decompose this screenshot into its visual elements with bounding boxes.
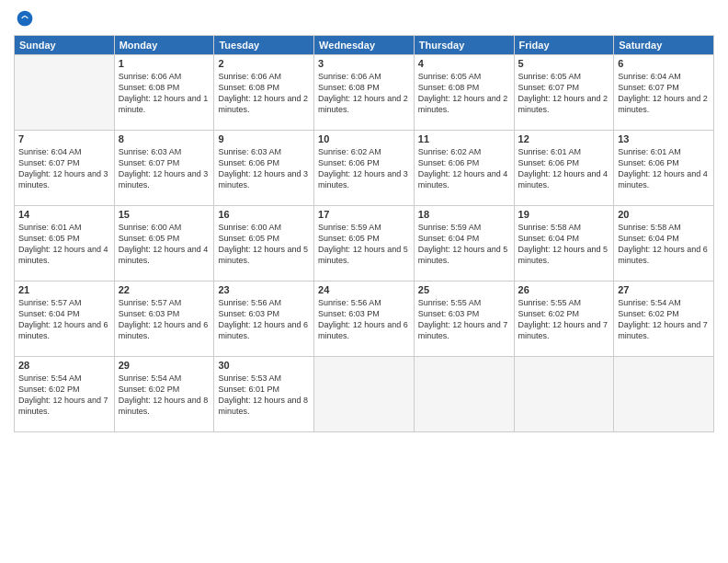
day-number: 4 xyxy=(418,58,510,69)
day-number: 26 xyxy=(518,284,610,295)
calendar-cell: 25Sunrise: 5:55 AMSunset: 6:03 PMDayligh… xyxy=(414,282,514,357)
week-row-4: 28Sunrise: 5:54 AMSunset: 6:02 PMDayligh… xyxy=(15,357,714,432)
weekday-header-wednesday: Wednesday xyxy=(314,36,415,55)
calendar-cell: 17Sunrise: 5:59 AMSunset: 6:05 PMDayligh… xyxy=(314,206,415,282)
day-number: 8 xyxy=(119,133,210,144)
logo xyxy=(14,9,34,28)
day-number: 24 xyxy=(318,284,410,295)
day-info: Sunrise: 5:54 AMSunset: 6:02 PMDaylight:… xyxy=(119,373,210,418)
day-info: Sunrise: 6:06 AMSunset: 6:08 PMDaylight:… xyxy=(318,71,410,116)
day-number: 7 xyxy=(18,133,110,144)
calendar-cell: 1Sunrise: 6:06 AMSunset: 6:08 PMDaylight… xyxy=(114,55,214,131)
day-info: Sunrise: 5:58 AMSunset: 6:04 PMDaylight:… xyxy=(618,222,710,267)
day-number: 17 xyxy=(318,209,410,220)
calendar-cell: 18Sunrise: 5:59 AMSunset: 6:04 PMDayligh… xyxy=(414,206,514,282)
day-number: 16 xyxy=(218,209,310,220)
week-row-3: 21Sunrise: 5:57 AMSunset: 6:04 PMDayligh… xyxy=(15,282,714,357)
weekday-header-friday: Friday xyxy=(514,36,614,55)
header xyxy=(14,9,714,28)
calendar-cell: 19Sunrise: 5:58 AMSunset: 6:04 PMDayligh… xyxy=(514,206,614,282)
calendar-cell: 8Sunrise: 6:03 AMSunset: 6:07 PMDaylight… xyxy=(114,131,214,206)
week-row-0: 1Sunrise: 6:06 AMSunset: 6:08 PMDaylight… xyxy=(15,55,714,131)
day-number: 3 xyxy=(318,58,410,69)
calendar-cell: 27Sunrise: 5:54 AMSunset: 6:02 PMDayligh… xyxy=(614,282,714,357)
calendar-table: SundayMondayTuesdayWednesdayThursdayFrid… xyxy=(14,35,714,432)
weekday-header-sunday: Sunday xyxy=(15,36,115,55)
calendar-cell: 12Sunrise: 6:01 AMSunset: 6:06 PMDayligh… xyxy=(514,131,614,206)
calendar-cell xyxy=(614,357,714,432)
calendar-cell: 2Sunrise: 6:06 AMSunset: 6:08 PMDaylight… xyxy=(214,55,314,131)
calendar-cell: 15Sunrise: 6:00 AMSunset: 6:05 PMDayligh… xyxy=(114,206,214,282)
day-number: 27 xyxy=(618,284,710,295)
day-number: 2 xyxy=(218,58,310,69)
day-number: 9 xyxy=(218,133,310,144)
calendar-cell xyxy=(15,55,115,131)
day-number: 21 xyxy=(18,284,110,295)
calendar-cell xyxy=(514,357,614,432)
calendar-cell: 16Sunrise: 6:00 AMSunset: 6:05 PMDayligh… xyxy=(214,206,314,282)
day-info: Sunrise: 5:56 AMSunset: 6:03 PMDaylight:… xyxy=(318,297,410,342)
week-row-2: 14Sunrise: 6:01 AMSunset: 6:05 PMDayligh… xyxy=(15,206,714,282)
calendar-cell: 21Sunrise: 5:57 AMSunset: 6:04 PMDayligh… xyxy=(15,282,115,357)
day-info: Sunrise: 6:02 AMSunset: 6:06 PMDaylight:… xyxy=(318,146,410,191)
calendar-cell xyxy=(414,357,514,432)
calendar-cell: 14Sunrise: 6:01 AMSunset: 6:05 PMDayligh… xyxy=(15,206,115,282)
day-number: 1 xyxy=(119,58,210,69)
day-info: Sunrise: 6:04 AMSunset: 6:07 PMDaylight:… xyxy=(618,71,710,116)
day-info: Sunrise: 6:01 AMSunset: 6:06 PMDaylight:… xyxy=(518,146,610,191)
calendar-cell: 24Sunrise: 5:56 AMSunset: 6:03 PMDayligh… xyxy=(314,282,415,357)
calendar-cell: 13Sunrise: 6:01 AMSunset: 6:06 PMDayligh… xyxy=(614,131,714,206)
day-info: Sunrise: 6:06 AMSunset: 6:08 PMDaylight:… xyxy=(119,71,210,116)
calendar-cell: 11Sunrise: 6:02 AMSunset: 6:06 PMDayligh… xyxy=(414,131,514,206)
day-info: Sunrise: 5:53 AMSunset: 6:01 PMDaylight:… xyxy=(218,373,310,418)
calendar-cell: 20Sunrise: 5:58 AMSunset: 6:04 PMDayligh… xyxy=(614,206,714,282)
day-number: 20 xyxy=(618,209,710,220)
day-info: Sunrise: 5:56 AMSunset: 6:03 PMDaylight:… xyxy=(218,297,310,342)
calendar-cell: 28Sunrise: 5:54 AMSunset: 6:02 PMDayligh… xyxy=(15,357,115,432)
weekday-header-row: SundayMondayTuesdayWednesdayThursdayFrid… xyxy=(15,36,714,55)
day-number: 15 xyxy=(119,209,210,220)
day-info: Sunrise: 6:06 AMSunset: 6:08 PMDaylight:… xyxy=(218,71,310,116)
day-number: 12 xyxy=(518,133,610,144)
day-info: Sunrise: 6:01 AMSunset: 6:05 PMDaylight:… xyxy=(18,222,110,267)
day-number: 11 xyxy=(418,133,510,144)
day-info: Sunrise: 6:03 AMSunset: 6:07 PMDaylight:… xyxy=(119,146,210,191)
calendar-cell: 10Sunrise: 6:02 AMSunset: 6:06 PMDayligh… xyxy=(314,131,415,206)
weekday-header-thursday: Thursday xyxy=(414,36,514,55)
day-number: 29 xyxy=(119,360,210,371)
day-info: Sunrise: 6:00 AMSunset: 6:05 PMDaylight:… xyxy=(119,222,210,267)
calendar-cell: 22Sunrise: 5:57 AMSunset: 6:03 PMDayligh… xyxy=(114,282,214,357)
weekday-header-monday: Monday xyxy=(114,36,214,55)
day-info: Sunrise: 6:01 AMSunset: 6:06 PMDaylight:… xyxy=(618,146,710,191)
day-info: Sunrise: 5:57 AMSunset: 6:03 PMDaylight:… xyxy=(119,297,210,342)
week-row-1: 7Sunrise: 6:04 AMSunset: 6:07 PMDaylight… xyxy=(15,131,714,206)
day-info: Sunrise: 6:04 AMSunset: 6:07 PMDaylight:… xyxy=(18,146,110,191)
day-number: 28 xyxy=(18,360,110,371)
weekday-header-saturday: Saturday xyxy=(614,36,714,55)
calendar-cell: 26Sunrise: 5:55 AMSunset: 6:02 PMDayligh… xyxy=(514,282,614,357)
day-number: 14 xyxy=(18,209,110,220)
calendar-cell: 23Sunrise: 5:56 AMSunset: 6:03 PMDayligh… xyxy=(214,282,314,357)
calendar-cell: 7Sunrise: 6:04 AMSunset: 6:07 PMDaylight… xyxy=(15,131,115,206)
calendar-cell: 3Sunrise: 6:06 AMSunset: 6:08 PMDaylight… xyxy=(314,55,415,131)
calendar-cell: 30Sunrise: 5:53 AMSunset: 6:01 PMDayligh… xyxy=(214,357,314,432)
weekday-header-tuesday: Tuesday xyxy=(214,36,314,55)
day-number: 30 xyxy=(218,360,310,371)
day-number: 18 xyxy=(418,209,510,220)
day-info: Sunrise: 6:00 AMSunset: 6:05 PMDaylight:… xyxy=(218,222,310,267)
day-info: Sunrise: 5:58 AMSunset: 6:04 PMDaylight:… xyxy=(518,222,610,267)
day-info: Sunrise: 5:59 AMSunset: 6:04 PMDaylight:… xyxy=(418,222,510,267)
day-info: Sunrise: 5:54 AMSunset: 6:02 PMDaylight:… xyxy=(618,297,710,342)
day-info: Sunrise: 6:05 AMSunset: 6:08 PMDaylight:… xyxy=(418,71,510,116)
day-info: Sunrise: 5:59 AMSunset: 6:05 PMDaylight:… xyxy=(318,222,410,267)
day-number: 25 xyxy=(418,284,510,295)
day-info: Sunrise: 5:55 AMSunset: 6:02 PMDaylight:… xyxy=(518,297,610,342)
day-info: Sunrise: 5:57 AMSunset: 6:04 PMDaylight:… xyxy=(18,297,110,342)
calendar-cell: 5Sunrise: 6:05 AMSunset: 6:07 PMDaylight… xyxy=(514,55,614,131)
day-number: 10 xyxy=(318,133,410,144)
calendar-cell xyxy=(314,357,415,432)
calendar-cell: 9Sunrise: 6:03 AMSunset: 6:06 PMDaylight… xyxy=(214,131,314,206)
calendar-cell: 29Sunrise: 5:54 AMSunset: 6:02 PMDayligh… xyxy=(114,357,214,432)
calendar-cell: 4Sunrise: 6:05 AMSunset: 6:08 PMDaylight… xyxy=(414,55,514,131)
day-number: 22 xyxy=(119,284,210,295)
